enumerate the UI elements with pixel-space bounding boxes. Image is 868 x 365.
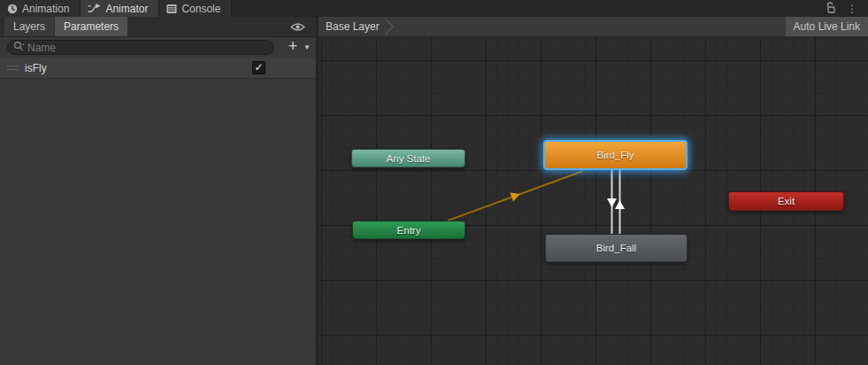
- animator-icon: [88, 4, 101, 13]
- transition-bird-fall-to-bird-fly[interactable]: [615, 168, 625, 235]
- sidebar-toolbar: Layers Parameters: [0, 17, 316, 37]
- parameter-name[interactable]: isFly: [25, 62, 47, 74]
- animator-graph-canvas[interactable]: Any State Entry Bird_Fly Bird_Fall Exit: [319, 37, 868, 365]
- tab-label: Layers: [13, 20, 45, 33]
- parameter-row-isfly[interactable]: isFly ✓: [0, 58, 316, 79]
- tab-console[interactable]: Console: [159, 0, 232, 17]
- parameter-list-empty-area[interactable]: [0, 80, 316, 365]
- state-node-label: Any State: [387, 153, 431, 164]
- chevron-down-icon[interactable]: ▾: [302, 37, 312, 58]
- breadcrumb-base-layer[interactable]: Base Layer: [319, 20, 385, 33]
- add-parameter-button[interactable]: +: [283, 37, 303, 58]
- auto-live-link-label: Auto Live Link: [794, 20, 860, 33]
- state-node-exit[interactable]: Exit: [728, 191, 844, 211]
- window-controls: ⋮: [826, 0, 868, 17]
- search-field[interactable]: [7, 40, 274, 55]
- state-node-label: Bird_Fall: [596, 243, 636, 253]
- search-input[interactable]: [27, 41, 268, 54]
- tab-label: Animation: [22, 3, 69, 15]
- tab-label: Animator: [105, 3, 148, 15]
- tab-parameters[interactable]: Parameters: [55, 17, 127, 36]
- unlock-icon[interactable]: [826, 2, 836, 16]
- breadcrumb-chevron-icon: [385, 18, 394, 35]
- graph-toolbar: Base Layer Auto Live Link: [319, 17, 868, 37]
- tab-layers[interactable]: Layers: [4, 17, 54, 36]
- state-node-label: Entry: [397, 225, 421, 236]
- state-node-bird-fly[interactable]: Bird_Fly: [543, 140, 687, 170]
- tab-animation[interactable]: Animation: [0, 0, 81, 17]
- state-node-bird-fall[interactable]: Bird_Fall: [545, 234, 687, 262]
- eye-icon[interactable]: [290, 17, 316, 36]
- kebab-menu-icon[interactable]: ⋮: [847, 4, 857, 14]
- state-node-any-state[interactable]: Any State: [351, 149, 465, 167]
- clock-icon: [7, 4, 18, 14]
- state-node-label: Exit: [778, 196, 795, 206]
- drag-handle-icon[interactable]: [7, 66, 19, 70]
- auto-live-link-button[interactable]: Auto Live Link: [786, 17, 868, 36]
- console-icon: [166, 4, 177, 14]
- parameter-bool-checkbox[interactable]: ✓: [252, 61, 265, 74]
- search-icon: [13, 41, 25, 55]
- tab-animator[interactable]: Animator: [81, 0, 159, 17]
- tab-label: Parameters: [64, 20, 119, 33]
- state-node-label: Bird_Fly: [596, 150, 634, 160]
- transition-bird-fly-to-bird-fall[interactable]: [607, 168, 617, 235]
- tab-label: Console: [181, 3, 220, 15]
- state-node-entry[interactable]: Entry: [352, 221, 465, 239]
- transition-entry-to-bird-fly[interactable]: [448, 171, 583, 221]
- parameter-search-row: + ▾: [0, 37, 316, 58]
- window-tab-bar: Animation Animator Console ⋮: [0, 0, 868, 17]
